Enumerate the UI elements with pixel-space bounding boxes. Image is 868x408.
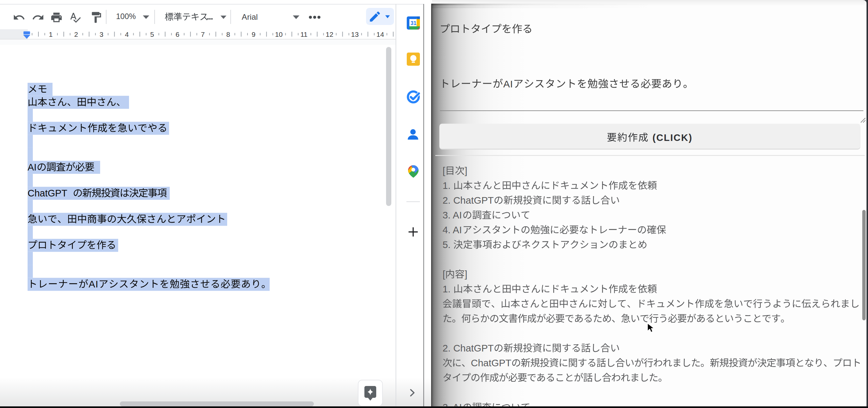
svg-text:7: 7 xyxy=(201,31,205,38)
svg-text:]: ] xyxy=(465,165,467,176)
svg-text:(CLICK): (CLICK) xyxy=(653,133,693,143)
svg-text:100%: 100% xyxy=(116,12,136,21)
svg-text:]: ] xyxy=(465,269,467,280)
svg-text:6: 6 xyxy=(176,31,180,38)
svg-text:3. AI: 3. AI xyxy=(442,210,462,221)
svg-text:AI: AI xyxy=(89,279,98,289)
svg-text:2. ChatGPT: 2. ChatGPT xyxy=(442,195,494,206)
svg-text:31: 31 xyxy=(411,20,416,26)
svg-text:2: 2 xyxy=(74,31,78,38)
svg-text:1: 1 xyxy=(49,31,53,38)
svg-text:3: 3 xyxy=(99,31,103,38)
svg-text:9: 9 xyxy=(251,31,255,38)
svg-text:8: 8 xyxy=(226,31,230,38)
svg-text:5.: 5. xyxy=(442,239,451,250)
svg-text:2. ChatGPT: 2. ChatGPT xyxy=(442,343,494,353)
svg-text:5: 5 xyxy=(150,31,154,38)
svg-text:1.: 1. xyxy=(442,284,451,294)
svg-text:4. AI: 4. AI xyxy=(442,224,462,235)
svg-text:Arial: Arial xyxy=(242,12,258,21)
svg-text:10: 10 xyxy=(275,31,283,38)
svg-text:ChatGPT: ChatGPT xyxy=(471,357,511,368)
svg-text:[: [ xyxy=(442,269,445,280)
svg-text:14: 14 xyxy=(377,31,384,38)
svg-text:ChatGPT: ChatGPT xyxy=(28,188,67,198)
svg-text:1.: 1. xyxy=(442,180,451,191)
svg-text:AI: AI xyxy=(28,162,36,172)
svg-text:[: [ xyxy=(442,165,445,176)
svg-text:13: 13 xyxy=(351,31,359,38)
svg-text:11: 11 xyxy=(300,31,308,38)
svg-text:AI: AI xyxy=(503,79,513,89)
svg-text:4: 4 xyxy=(125,31,129,38)
svg-text:12: 12 xyxy=(326,31,333,38)
